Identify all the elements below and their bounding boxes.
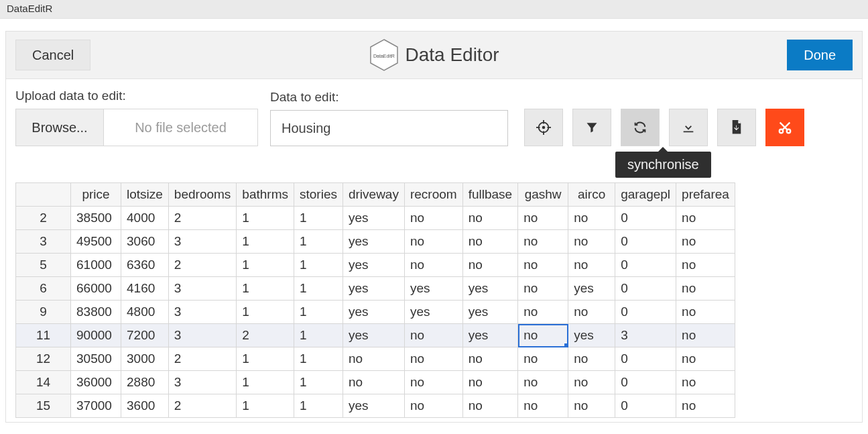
cell[interactable]: 3	[168, 230, 237, 254]
cell[interactable]: 0	[615, 371, 676, 394]
col-header-stories[interactable]: stories	[294, 183, 343, 207]
cell[interactable]: no	[676, 254, 735, 277]
cell[interactable]: no	[404, 207, 462, 230]
col-header-driveway[interactable]: driveway	[343, 183, 404, 207]
col-header-prefarea[interactable]: prefarea	[676, 183, 735, 207]
cell[interactable]: 1	[294, 254, 343, 277]
cell[interactable]: yes	[343, 207, 404, 230]
cell[interactable]: no	[676, 301, 735, 324]
row-header[interactable]: 9	[16, 301, 71, 324]
cell[interactable]: 1	[294, 347, 343, 371]
cell[interactable]: no	[518, 254, 568, 277]
cell[interactable]: yes	[343, 394, 404, 418]
cell[interactable]: 1	[294, 230, 343, 254]
cell[interactable]: 1	[237, 230, 294, 254]
cell[interactable]: 6360	[121, 254, 169, 277]
col-header-recroom[interactable]: recroom	[404, 183, 462, 207]
cell[interactable]: 90000	[71, 324, 121, 347]
cell[interactable]: 3	[168, 324, 237, 347]
row-header[interactable]: 14	[16, 371, 71, 394]
row-header[interactable]: 2	[16, 207, 71, 230]
select-button[interactable]	[524, 109, 563, 146]
cell[interactable]: no	[568, 301, 615, 324]
cell[interactable]: no	[462, 254, 518, 277]
cell[interactable]: no	[462, 394, 518, 418]
cell[interactable]: no	[568, 371, 615, 394]
data-select[interactable]: Housing	[270, 110, 508, 146]
row-header[interactable]: 12	[16, 347, 71, 371]
cell[interactable]: 1	[294, 394, 343, 418]
cell[interactable]: no	[568, 347, 615, 371]
cell[interactable]: no	[518, 394, 568, 418]
cell[interactable]: yes	[343, 230, 404, 254]
cell[interactable]: no	[404, 371, 462, 394]
cancel-button[interactable]: Cancel	[15, 40, 90, 70]
cell[interactable]: no	[462, 371, 518, 394]
row-header[interactable]: 15	[16, 394, 71, 418]
cell[interactable]: 0	[615, 301, 676, 324]
cell[interactable]: no	[676, 207, 735, 230]
cell[interactable]: no	[404, 347, 462, 371]
cell[interactable]: 2	[237, 324, 294, 347]
cell[interactable]: yes	[404, 301, 462, 324]
table-row[interactable]: 9838004800311yesyesyesnono0no	[16, 301, 735, 324]
cell[interactable]: yes	[404, 277, 462, 301]
cell[interactable]: 1	[237, 207, 294, 230]
cell[interactable]: 1	[237, 394, 294, 418]
cell[interactable]: 0	[615, 394, 676, 418]
cell[interactable]: no	[568, 207, 615, 230]
cell[interactable]: 2880	[121, 371, 169, 394]
cell[interactable]: 1	[294, 371, 343, 394]
cell[interactable]: 1	[294, 324, 343, 347]
filter-button[interactable]	[572, 109, 611, 146]
download-button[interactable]	[669, 109, 708, 146]
cell[interactable]: 0	[615, 254, 676, 277]
cell[interactable]: 2	[168, 394, 237, 418]
cell[interactable]: 3	[168, 301, 237, 324]
cell[interactable]: yes	[462, 324, 518, 347]
table-row[interactable]: 3495003060311yesnononono0no	[16, 230, 735, 254]
cell[interactable]: 3600	[121, 394, 169, 418]
table-row[interactable]: 6660004160311yesyesyesnoyes0no	[16, 277, 735, 301]
table-row[interactable]: 5610006360211yesnononono0no	[16, 254, 735, 277]
cell[interactable]: no	[676, 230, 735, 254]
cell[interactable]: 4000	[121, 207, 169, 230]
col-header-gashw[interactable]: gashw	[518, 183, 568, 207]
col-header-lotsize[interactable]: lotsize	[121, 183, 169, 207]
cell[interactable]: 3	[615, 324, 676, 347]
cell[interactable]: no	[676, 324, 735, 347]
cell[interactable]: no	[676, 394, 735, 418]
col-header-price[interactable]: price	[71, 183, 121, 207]
cell[interactable]: no	[676, 277, 735, 301]
cell[interactable]: 4160	[121, 277, 169, 301]
cell[interactable]: no	[404, 394, 462, 418]
cell[interactable]: 49500	[71, 230, 121, 254]
cell[interactable]: no	[676, 347, 735, 371]
cell[interactable]: 3	[168, 371, 237, 394]
col-header-airco[interactable]: airco	[568, 183, 615, 207]
cell[interactable]: no	[462, 230, 518, 254]
cell[interactable]: 3	[168, 277, 237, 301]
table-row[interactable]: 15370003600211yesnononono0no	[16, 394, 735, 418]
done-button[interactable]: Done	[787, 40, 853, 70]
col-header-bathrms[interactable]: bathrms	[237, 183, 294, 207]
cell[interactable]: 2	[168, 207, 237, 230]
cell[interactable]: no	[568, 394, 615, 418]
browse-button[interactable]: Browse...	[16, 109, 104, 146]
cell[interactable]: yes	[343, 277, 404, 301]
cell[interactable]: 0	[615, 347, 676, 371]
data-table[interactable]: pricelotsizebedroomsbathrmsstoriesdrivew…	[15, 182, 735, 418]
cell[interactable]: no	[518, 207, 568, 230]
cell[interactable]: yes	[343, 301, 404, 324]
row-header[interactable]: 5	[16, 254, 71, 277]
cell[interactable]: no	[518, 347, 568, 371]
cell[interactable]: no	[568, 230, 615, 254]
table-row[interactable]: 2385004000211yesnononono0no	[16, 207, 735, 230]
row-header[interactable]: 3	[16, 230, 71, 254]
col-header-bedrooms[interactable]: bedrooms	[168, 183, 237, 207]
cell[interactable]: 36000	[71, 371, 121, 394]
cut-button[interactable]	[765, 109, 804, 146]
table-row[interactable]: 11900007200321yesnoyesnoyes3no	[16, 324, 735, 347]
cell[interactable]: yes	[462, 277, 518, 301]
cell[interactable]: 2	[168, 347, 237, 371]
